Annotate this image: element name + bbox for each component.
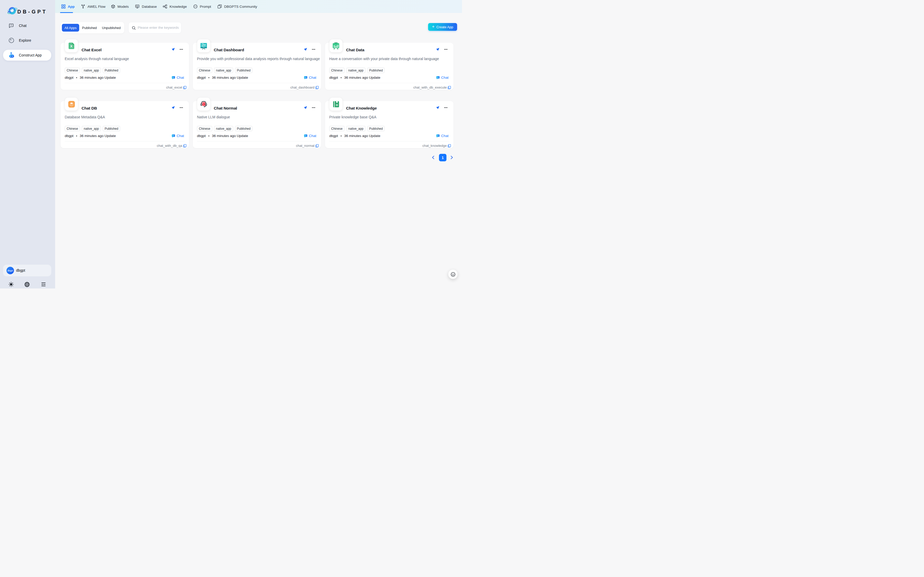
svg-text:DB-GPT: DB-GPT — [17, 9, 45, 15]
svg-text:SQL: SQL — [136, 5, 139, 7]
svg-text:X: X — [70, 44, 72, 48]
